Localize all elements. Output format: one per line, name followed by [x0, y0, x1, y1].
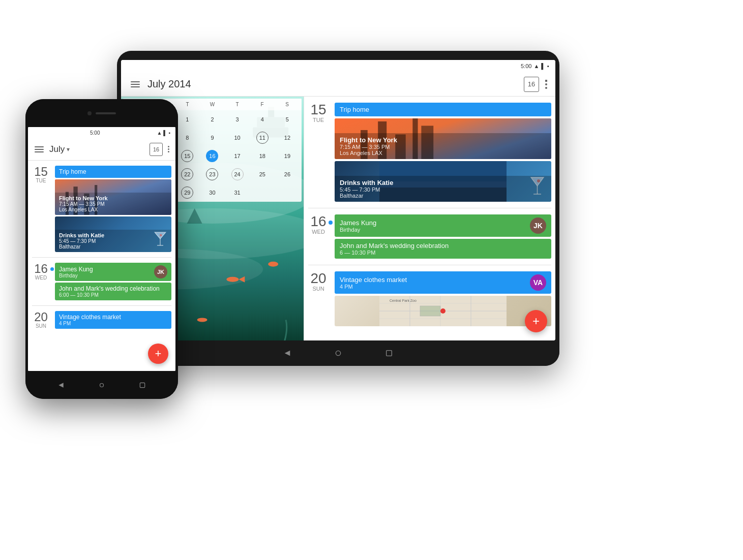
cal-day-10[interactable]: 10 — [225, 131, 250, 145]
phone-vintage-title: Vintage clothes market — [59, 314, 167, 321]
cal-day-9[interactable]: 9 — [200, 131, 224, 145]
phone-wedding-title: John and Mark's wedding celebration — [59, 285, 167, 292]
phone-drinks-time: 5:45 — 7:30 PM — [59, 238, 167, 244]
cal-day-23[interactable]: 23 — [200, 167, 224, 181]
cal-num-31: 31 — [231, 186, 244, 199]
cal-day-8[interactable]: 8 — [175, 131, 199, 145]
cal-day-3[interactable]: 3 — [225, 112, 250, 127]
phone-vintage-subtitle: 4 PM — [59, 321, 167, 326]
svg-rect-52 — [140, 383, 144, 387]
tablet-trip-home-title: Trip home — [340, 106, 369, 113]
phone-home-button[interactable] — [97, 380, 107, 390]
flight-ny-title: Flight to New York — [340, 136, 546, 144]
cal-num-10: 10 — [231, 132, 244, 144]
tablet-more-button[interactable] — [545, 80, 547, 89]
cal-day-4[interactable]: 4 — [250, 112, 275, 127]
phone-event-vintage[interactable]: Vintage clothes market 4 PM — [55, 311, 171, 329]
phone-time: 5:00 — [90, 130, 100, 136]
tablet-hamburger-button[interactable] — [129, 78, 141, 90]
phone-event-trip-home[interactable]: Trip home — [55, 166, 171, 178]
phone-james-subtitle: Birthday — [59, 273, 154, 278]
tablet-recents-button[interactable] — [384, 348, 394, 358]
phone-hamburger-3 — [35, 151, 44, 152]
more-dot-3 — [545, 87, 547, 89]
phone-event-drinks[interactable]: Drinks with Katie 5:45 — 7:30 PM Balthaz… — [55, 216, 171, 252]
phone-more-button[interactable] — [167, 145, 170, 153]
tablet-day-20-events: Vintage clothes market 4 PM VA — [335, 271, 551, 326]
cal-day-2[interactable]: 2 — [200, 112, 224, 127]
phone-title[interactable]: July ▾ — [49, 144, 145, 154]
phone-event-flight[interactable]: Flight to New York 7:15 AM — 3:35 PM Los… — [55, 179, 171, 215]
phone-back-button[interactable] — [56, 380, 66, 390]
hamburger-line-1 — [131, 81, 140, 82]
cal-day-25[interactable]: 25 — [250, 167, 275, 181]
cal-header-wed: W — [200, 101, 225, 108]
cal-day-12[interactable]: 12 — [275, 131, 300, 145]
phone-event-james[interactable]: James Kung Birthday JK — [55, 263, 171, 281]
cal-day-24[interactable]: 24 — [225, 167, 250, 181]
cal-day-31[interactable]: 31 — [225, 185, 250, 200]
phone-event-wedding[interactable]: John and Mark's wedding celebration 6:00… — [55, 283, 171, 300]
cal-day-22[interactable]: 22 — [175, 167, 199, 181]
phone-fab-button[interactable]: + — [148, 344, 168, 364]
cal-day-19[interactable]: 19 — [275, 149, 300, 163]
phone-hamburger-button[interactable] — [33, 143, 45, 155]
cal-num-1: 1 — [181, 113, 193, 126]
tablet-main-content: S M T W T F S — [121, 97, 555, 340]
phone-day-16-events: James Kung Birthday JK John and Mark's w… — [55, 263, 171, 300]
phone-speaker — [96, 112, 116, 114]
tablet-bottom-bar — [117, 340, 559, 366]
tablet-back-button[interactable] — [282, 348, 292, 358]
map-svg: Central Park Zoo — [335, 296, 551, 326]
tablet-event-drinks[interactable]: Drinks with Katie 5:45 — 7:30 PM Balthaz… — [335, 161, 551, 202]
phone-more-dot-1 — [168, 146, 169, 147]
tablet-title: July 2014 — [147, 78, 518, 90]
cal-day-16[interactable]: 16 — [200, 149, 224, 163]
tablet-event-flight-ny[interactable]: Flight to New York 7:15 AM — 3:35 PM Los… — [335, 118, 551, 159]
tablet-fab-button[interactable]: + — [525, 310, 547, 332]
cal-day-5[interactable]: 5 — [275, 112, 300, 127]
svg-marker-50 — [58, 383, 63, 387]
cal-day-30[interactable]: 30 — [200, 185, 224, 200]
flight-ny-location: Los Angeles LAX — [340, 150, 546, 156]
phone-drinks-title: Drinks with Katie — [59, 232, 167, 238]
cal-day-1[interactable]: 1 — [175, 112, 199, 127]
tablet-event-vintage[interactable]: Vintage clothes market 4 PM VA — [335, 271, 551, 294]
tablet-day-15-section: 15 Tue Trip home — [304, 97, 555, 208]
svg-text:Central Park Zoo: Central Park Zoo — [390, 299, 417, 302]
wedding-title: John and Mark's wedding celebration — [340, 242, 546, 250]
phone-calendar-date: 16 — [153, 146, 159, 152]
phone-day-15-section: 15 Tue Trip home — [28, 161, 175, 257]
james-text-phone: James Kung Birthday — [59, 266, 154, 278]
phone-screen: 5:00 ▲ ▌ ▪ July ▾ 16 — [28, 127, 175, 371]
cal-num-17: 17 — [231, 150, 244, 162]
tablet-calendar-button[interactable]: 16 — [524, 77, 539, 92]
phone-day-16-num: 16 — [32, 263, 50, 275]
tablet-home-button[interactable] — [333, 348, 343, 358]
cal-day-29[interactable]: 29 — [175, 185, 199, 200]
tablet-map-thumbnail[interactable]: Central Park Zoo — [335, 296, 551, 326]
scene: 5:00 ▲ ▌ ▪ July 2014 16 — [0, 0, 743, 560]
drinks-location: Balthazar — [340, 193, 546, 199]
phone-recents-button[interactable] — [137, 380, 147, 390]
phone-calendar-button[interactable]: 16 — [150, 143, 163, 156]
tablet-event-trip-home[interactable]: Trip home — [335, 103, 551, 116]
phone-flight-location: Los Angeles LAX — [59, 207, 167, 212]
cal-day-18[interactable]: 18 — [250, 149, 275, 163]
cal-num-26: 26 — [281, 168, 293, 180]
james-kung-avatar: JK — [530, 217, 546, 234]
cal-day-17[interactable]: 17 — [225, 149, 250, 163]
phone-battery-icon: ▪ — [168, 130, 170, 136]
phone-flight-time: 7:15 AM — 3:35 PM — [59, 201, 167, 207]
tablet-event-james-kung[interactable]: James Kung Birthday JK — [335, 214, 551, 237]
tablet-event-wedding[interactable]: John and Mark's wedding celebration 6 — … — [335, 239, 551, 259]
flight-ny-overlay: Flight to New York 7:15 AM — 3:35 PM Los… — [335, 133, 551, 159]
tablet-day-20-name: Sun — [308, 286, 329, 292]
cal-day-26[interactable]: 26 — [275, 167, 300, 181]
phone-day-20-section: 20 Sun Vintage clothes market 4 PM — [28, 306, 175, 334]
tablet-events-panel: 15 Tue Trip home — [304, 97, 555, 340]
phone-day-16-section: 16 Wed James Kung Birthday JK — [28, 258, 175, 305]
vintage-text: Vintage clothes market 4 PM — [340, 276, 407, 290]
cal-day-11[interactable]: 11 — [250, 131, 275, 145]
cal-day-15[interactable]: 15 — [175, 149, 199, 163]
